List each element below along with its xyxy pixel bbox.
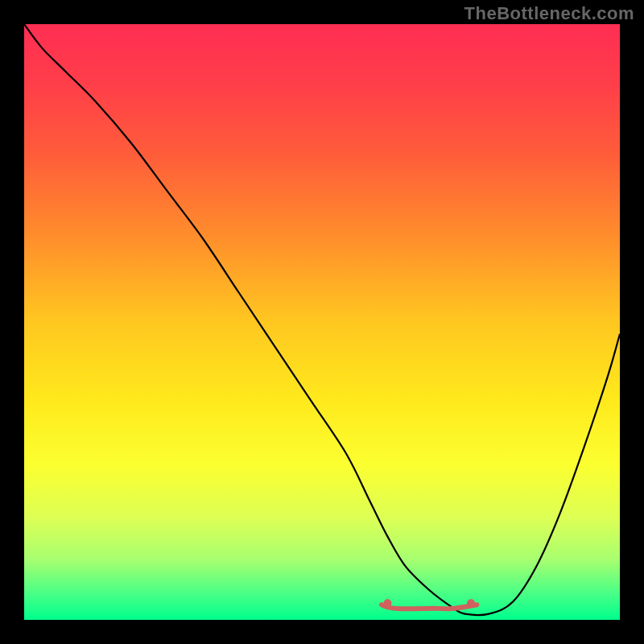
plot-area <box>24 24 620 620</box>
attribution-text: TheBottleneck.com <box>464 3 634 24</box>
chart-svg <box>24 24 620 620</box>
chart-frame: TheBottleneck.com <box>0 0 644 644</box>
optimal-zone-end-dot <box>467 599 475 607</box>
gradient-background <box>24 24 620 620</box>
optimal-zone-start-dot <box>383 599 391 607</box>
